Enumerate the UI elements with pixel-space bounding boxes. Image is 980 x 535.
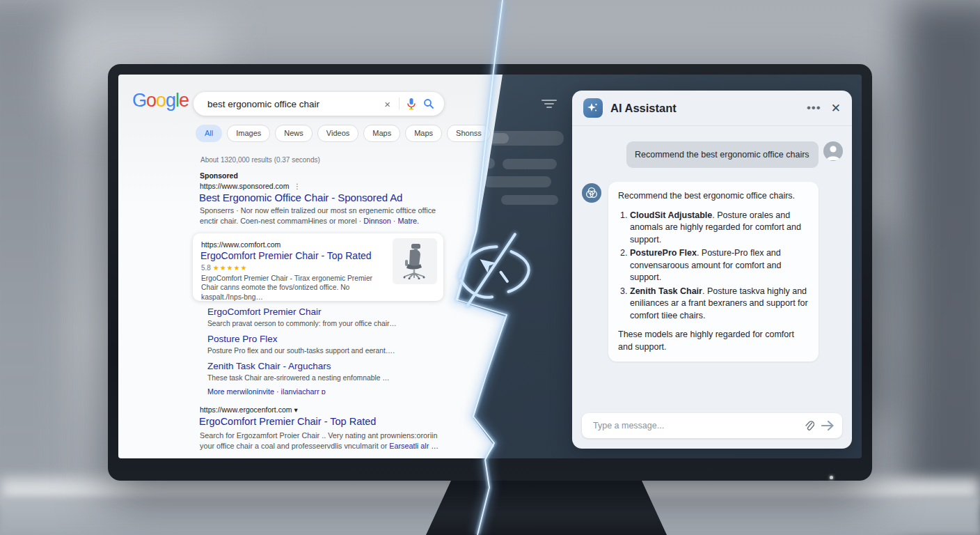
card-desc: ErgoComfort Premier Chair - Tirax ergone… — [201, 274, 389, 302]
google-search-page: Google × All Images News Videos Maps Map… — [118, 75, 536, 458]
list-item: Zenith Task Chair. Posture taskva highly… — [630, 286, 809, 323]
sponsored-result-title[interactable]: Best Ergonomic Office Chair - Sponsored … — [199, 192, 402, 203]
bottom-result-desc: Search for Ergozamfort Proier Chair .. V… — [200, 431, 440, 451]
sponsored-sitelink-1[interactable]: Dinnson — [363, 217, 391, 225]
filter-icon — [542, 100, 557, 109]
more-options-icon[interactable]: ⋮ — [293, 182, 301, 190]
chat-input-bar[interactable] — [582, 413, 842, 438]
skeleton-bar — [484, 176, 551, 187]
clear-search-icon[interactable]: × — [381, 98, 393, 110]
result-title-link[interactable]: ErgoComfort Premier Chair — [207, 307, 322, 317]
sponsored-url: https://www.sponsored.com⋮ — [200, 182, 301, 190]
sponsored-sitelink-2[interactable]: Matre. — [397, 217, 419, 225]
panel-header: AI Assistant ••• ✕ — [572, 91, 852, 126]
card-rating: 5.8 ★★★★★ — [201, 264, 248, 272]
chair-thumbnail — [393, 238, 437, 284]
result-title-link[interactable]: Zenith Task Chair - Arguchars — [207, 361, 331, 371]
sponsored-result-desc: Sponserrs · Nor now effein tralized our … — [200, 206, 438, 226]
background-blur-left — [0, 0, 70, 535]
menu-dots-icon[interactable]: ••• — [807, 101, 821, 115]
mic-icon[interactable] — [406, 98, 416, 110]
card-url: https://www.comfort.com — [201, 240, 280, 249]
google-logo: Google — [132, 90, 189, 111]
list-item: CloudSit Adjustable. Posture orales and … — [630, 210, 809, 247]
search-icon[interactable] — [423, 98, 434, 109]
tab-news[interactable]: News — [275, 125, 313, 142]
ai-sparkle-icon — [583, 98, 603, 118]
list-item: PosturePro Flex. Posture-Pro flex and co… — [630, 247, 809, 284]
tab-maps-2[interactable]: Maps — [405, 125, 442, 142]
tab-videos[interactable]: Videos — [317, 125, 358, 142]
search-tabs: All Images News Videos Maps Maps Shonss — [196, 125, 491, 142]
close-icon[interactable]: ✕ — [831, 101, 841, 116]
search-input[interactable] — [206, 98, 381, 110]
monitor-stand — [426, 481, 667, 535]
more-results-link[interactable]: More merwiloninvite · ilanviacharr ɒ — [207, 387, 326, 396]
tab-shonss[interactable]: Shonss — [447, 125, 491, 142]
tab-maps[interactable]: Maps — [363, 125, 400, 142]
user-avatar — [823, 141, 843, 161]
search-divider — [399, 98, 400, 110]
assistant-message-bubble: Recommend the best ergonomic office chai… — [608, 182, 819, 362]
bottom-result-inline-link[interactable]: Earseatli alr … — [389, 442, 438, 450]
result-desc: Search pravat oerson to commonly: from y… — [207, 320, 397, 327]
star-rating-icons: ★★★★★ — [213, 264, 248, 272]
result-card[interactable]: https://www.comfort.com ErgoComfort Prem… — [193, 233, 443, 301]
assistant-avatar — [582, 183, 601, 203]
attach-paperclip-icon[interactable] — [804, 420, 814, 431]
background-blur-right — [903, 0, 980, 535]
power-led — [830, 476, 833, 479]
message-input[interactable] — [592, 420, 797, 431]
ai-assistant-panel: AI Assistant ••• ✕ Recommend the best er… — [572, 91, 852, 449]
card-title-link[interactable]: ErgoComfort Premier Chair - Top Rated — [200, 250, 372, 261]
recommendation-list: CloudSit Adjustable. Posture orales and … — [618, 210, 809, 323]
tab-all[interactable]: All — [196, 125, 222, 142]
tab-images[interactable]: Images — [227, 125, 270, 142]
panel-title: AI Assistant — [610, 102, 807, 115]
send-icon[interactable] — [821, 420, 834, 431]
result-desc: Posture Pro flex and our south-tasks sup… — [207, 347, 395, 355]
reply-outro: These models are highly regarded for com… — [618, 329, 809, 353]
screen: Google × All Images News Videos Maps Map… — [118, 75, 862, 458]
bottom-result-url: https://www.ergocenfort.com ▾ — [200, 405, 298, 414]
bottom-result-title-link[interactable]: ErgoComfort Premier Chair - Top Rated — [199, 416, 376, 427]
results-stats: About 1320,000 results (0.37 seconds) — [200, 156, 320, 164]
skeleton-bar — [501, 195, 558, 205]
reply-intro: Recommend the best ergonomic office chai… — [618, 190, 809, 203]
skeleton-bar — [503, 159, 557, 169]
result-desc: These task Chair are-srirowered a nestin… — [207, 374, 390, 382]
user-message-bubble: Recommend the best ergonomic office chai… — [626, 141, 819, 168]
result-title-link[interactable]: Posture Pro Flex — [207, 334, 278, 344]
sponsored-label: Sponsored — [200, 171, 238, 180]
search-bar[interactable]: × — [193, 92, 444, 116]
monitor: Google × All Images News Videos Maps Map… — [108, 64, 872, 481]
